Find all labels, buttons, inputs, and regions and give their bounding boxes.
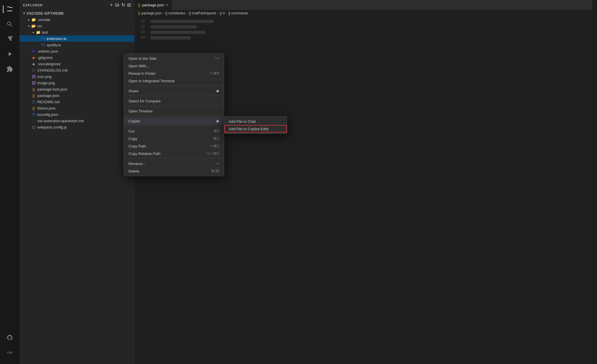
- minimap: [588, 16, 592, 364]
- run-icon[interactable]: [3, 47, 17, 61]
- menu-item-copy-path[interactable]: Copy Path ⌥⌘C: [124, 142, 224, 150]
- share-arrow-icon: ▶: [217, 89, 219, 93]
- spotify-ts-spacer: [36, 43, 40, 47]
- breadcrumb-chatparticipants[interactable]: [] chatParticipants: [189, 11, 216, 15]
- icon-png-label: icon.png: [37, 74, 51, 79]
- sidebar-item-eslintrc[interactable]: ES .eslintrc.json: [20, 48, 135, 54]
- copy-rel-path-shortcut: ⌥⇧⌘C: [206, 152, 219, 156]
- sidebar-item-tsconfig[interactable]: TS tsconfig.json: [20, 111, 135, 118]
- copilot-add-edits[interactable]: Add File to Copilot Edits: [224, 125, 287, 133]
- tab-package-json[interactable]: {} package.json ×: [135, 0, 172, 10]
- github-icon[interactable]: [3, 331, 17, 344]
- breadcrumb-sep1: ›: [163, 11, 164, 15]
- refresh-icon[interactable]: ↻: [121, 2, 125, 8]
- menu-item-open-side[interactable]: Open to the Side ⌃↵: [124, 55, 224, 62]
- changelog-label: CHANGELOG.md: [37, 68, 68, 72]
- breadcrumb-sep2: ›: [187, 11, 188, 15]
- menu-item-open-with[interactable]: Open With...: [124, 62, 224, 70]
- sidebar-item-package-lock[interactable]: {} package-lock.json: [20, 86, 135, 92]
- sidebar-item-icon-png[interactable]: 🖼 icon.png: [20, 73, 135, 80]
- sidebar-item-test[interactable]: ▸ 📁 test: [20, 29, 135, 35]
- select-compare-label: Select for Compare: [128, 99, 161, 103]
- spotify-ts-icon: TS: [40, 42, 45, 47]
- activity-bar: LOG: [0, 0, 20, 364]
- pkg-lock-icon: {}: [31, 87, 36, 92]
- search-icon[interactable]: [3, 17, 17, 31]
- vscode-arrow: ▸: [26, 17, 31, 22]
- sidebar-item-changelog[interactable]: ⓘ CHANGELOG.md: [20, 67, 135, 73]
- code-line-24: [151, 35, 592, 41]
- sidebar-item-spotify-ts[interactable]: TS spotify.ts: [20, 42, 135, 48]
- breadcrumb-0[interactable]: {} 0: [220, 11, 225, 15]
- menu-item-copy-rel-path[interactable]: Copy Relative Path ⌥⇧⌘C: [124, 150, 224, 157]
- code-line-22: [151, 24, 592, 30]
- sep2: [124, 96, 224, 96]
- webpack-label: webpack.config.js: [37, 125, 67, 129]
- tsconfig-icon: TS: [31, 112, 36, 117]
- code-line-23: [151, 30, 592, 35]
- readme-spacer: [26, 99, 31, 104]
- menu-item-open-timeline[interactable]: Open Timeline: [124, 107, 224, 115]
- menu-item-rename[interactable]: Rename... ↵: [124, 160, 224, 167]
- rename-label: Rename...: [128, 162, 146, 166]
- open-timeline-label: Open Timeline: [128, 109, 153, 113]
- new-folder-icon[interactable]: 🗂: [115, 2, 120, 8]
- theme-json-spacer: [26, 106, 31, 110]
- sidebar-item-webpack[interactable]: ⬡ webpack.config.js: [20, 124, 135, 130]
- root-folder[interactable]: ▾ VSCODE-GPTHEME: [20, 10, 135, 16]
- menu-item-share[interactable]: Share ▶ Copy Link: [124, 87, 224, 95]
- sidebar-item-image-png[interactable]: 🖼 image.png: [20, 80, 135, 86]
- tab-close-icon[interactable]: ×: [166, 3, 168, 7]
- sidebar-item-vsc-quickstart[interactable]: ↓ vsc-extension-quickstart.md: [20, 118, 135, 124]
- menu-item-select-compare[interactable]: Select for Compare: [124, 97, 224, 105]
- copy-label: Copy: [128, 137, 137, 141]
- test-arrow: ▸: [31, 30, 36, 35]
- sep5: [124, 126, 224, 126]
- sep1: [124, 86, 224, 86]
- sidebar-item-src[interactable]: ▾ 📂 src: [20, 23, 135, 29]
- tsconfig-spacer: [26, 112, 31, 117]
- breadcrumb-contributes[interactable]: {} contributes: [165, 11, 185, 15]
- files-icon[interactable]: [3, 2, 17, 16]
- eslintrc-label: .eslintrc.json: [37, 49, 58, 53]
- breadcrumb: {} package.json › {} contributes › [] ch…: [135, 10, 592, 16]
- copilot-arrow-icon: ▶: [217, 119, 219, 123]
- pkg-json-icon: {}: [31, 93, 36, 98]
- collapse-icon[interactable]: ⊟: [127, 2, 131, 8]
- cut-label: Cut: [128, 129, 134, 133]
- pkg-lock-label: package-lock.json: [37, 87, 67, 91]
- sidebar-item-readme[interactable]: ⓘ README.md: [20, 99, 135, 105]
- source-control-icon[interactable]: [3, 32, 17, 46]
- sidebar-item-package-json[interactable]: {} package.json: [20, 92, 135, 99]
- menu-item-copilot[interactable]: Copilot ▶ Add File to Chat Add File to C…: [124, 117, 224, 125]
- reveal-finder-label: Reveal in Finder: [128, 71, 156, 76]
- extensions-icon[interactable]: [3, 62, 17, 76]
- sidebar-item-extension-ts[interactable]: TS extension.ts: [20, 35, 135, 42]
- tab-label: package.json: [142, 3, 164, 7]
- breadcrumb-sep4: ›: [226, 11, 227, 15]
- image-png-label: image.png: [37, 81, 55, 85]
- breadcrumb-file[interactable]: package.json: [141, 11, 162, 15]
- sidebar-item-theme-json[interactable]: {} theme.json: [20, 105, 135, 111]
- copilot-add-chat[interactable]: Add File to Chat: [224, 118, 287, 125]
- gitignore-spacer: [26, 55, 31, 60]
- src-folder-icon: 📂: [31, 23, 36, 28]
- pkg-json-label: package.json: [37, 93, 59, 98]
- eslintrc-spacer: [26, 49, 31, 53]
- new-file-icon[interactable]: +: [110, 2, 113, 8]
- log-icon[interactable]: LOG: [3, 346, 17, 359]
- vscode-label: .vscode: [37, 18, 50, 22]
- menu-item-open-terminal[interactable]: Open in Integrated Terminal: [124, 77, 224, 85]
- menu-item-cut[interactable]: Cut ⌘X: [124, 127, 224, 135]
- menu-item-copy[interactable]: Copy ⌘C: [124, 135, 224, 142]
- menu-item-reveal-finder[interactable]: Reveal in Finder ⌥⌘R: [124, 70, 224, 77]
- spotify-ts-label: spotify.ts: [47, 43, 61, 47]
- sidebar-item-gitignore[interactable]: ◆ .gitignore: [20, 54, 135, 61]
- breadcrumb-commands[interactable]: [] commands: [228, 11, 248, 15]
- sidebar-item-vscode[interactable]: ▸ 📁 .vscode: [20, 16, 135, 23]
- code-line-21: [151, 19, 592, 24]
- pkg-lock-spacer: [26, 87, 31, 91]
- readme-label: README.md: [37, 100, 59, 104]
- menu-item-delete[interactable]: Delete ⌘⌫: [124, 167, 224, 175]
- sidebar-item-vscodeignore[interactable]: ◆ .vscodeignore: [20, 61, 135, 67]
